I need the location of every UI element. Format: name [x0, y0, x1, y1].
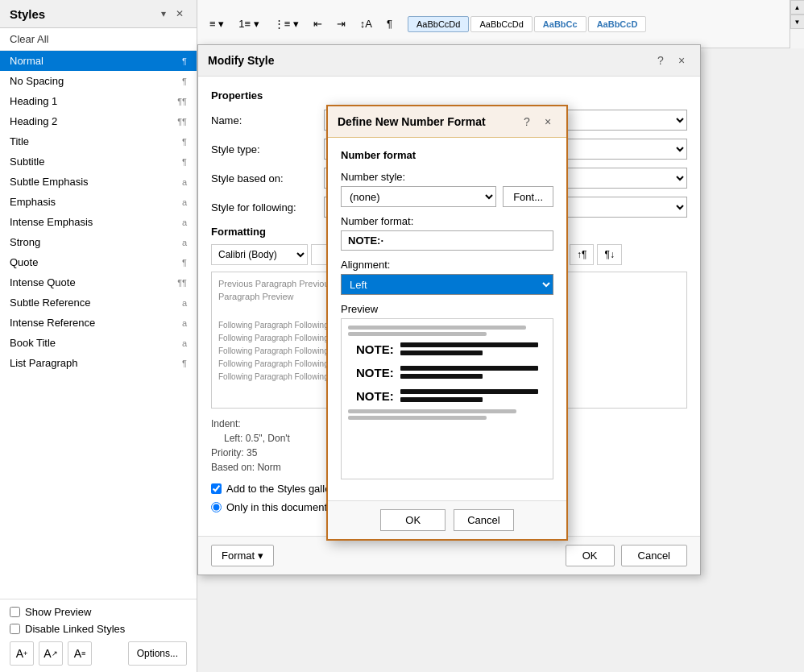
scroll-up-btn[interactable]: ▲ [790, 0, 805, 15]
modify-dialog-title: Modify Style [208, 54, 274, 67]
style-item-label: Book Title [10, 337, 56, 349]
define-cancel-btn[interactable]: Cancel [454, 509, 513, 531]
style-item-quote[interactable]: Quote ¶ [0, 252, 197, 272]
space-before-btn[interactable]: ↑¶ [570, 244, 594, 265]
style-item-normal[interactable]: Normal ¶ [0, 51, 197, 71]
space-after-btn[interactable]: ¶↓ [597, 244, 621, 265]
style-item-strong[interactable]: Strong a [0, 232, 197, 252]
style-item-label: Intense Reference [10, 317, 95, 329]
define-ok-btn[interactable]: OK [380, 509, 446, 531]
style-item-heading1[interactable]: Heading 1 ¶¶ [0, 91, 197, 111]
modify-close-btn[interactable]: × [673, 52, 690, 69]
scroll-down-btn[interactable]: ▼ [790, 15, 805, 29]
sidebar-close-btn[interactable]: ✕ [172, 6, 187, 21]
preview-note-3: NOTE: [356, 389, 394, 403]
style-following-label: Style for following: [211, 201, 316, 214]
font-name-select[interactable]: Calibri (Body) [211, 244, 308, 265]
style-item-intense-emphasis[interactable]: Intense Emphasis a [0, 212, 197, 232]
style-gallery: AaBbCcDd AaBbCcDd AaBbCc AaBbCcD [408, 16, 646, 32]
inspect-style-btn[interactable]: A↗ [39, 641, 63, 666]
styles-list: Normal ¶ No Spacing ¶ Heading 1 ¶¶ Headi… [0, 51, 197, 599]
style-item-label: Title [10, 135, 29, 147]
modify-cancel-btn[interactable]: Cancel [621, 545, 687, 566]
sidebar-bottom: Show Preview Disable Linked Styles A+ A↗… [0, 599, 197, 672]
only-in-doc-input[interactable] [211, 502, 222, 512]
style-item-subtitle[interactable]: Subtitle ¶ [0, 151, 197, 172]
alignment-select[interactable]: Left Center Right [341, 274, 553, 295]
modify-help-btn[interactable]: ? [652, 52, 669, 69]
style-item-label: Intense Emphasis [10, 216, 93, 228]
style-item-list-paragraph[interactable]: List Paragraph ¶ [0, 353, 197, 373]
style-item-indicator: ¶ [182, 56, 187, 66]
style-item-indicator: a [182, 318, 187, 328]
clear-all-item[interactable]: Clear All [0, 28, 197, 51]
style-pill-no-spacing[interactable]: AaBbCcDd [470, 16, 532, 32]
multilevel-list-btn[interactable]: ⋮≡ ▾ [268, 14, 305, 34]
sort-btn[interactable]: ↕A [354, 14, 378, 34]
style-item-indicator: a [182, 298, 187, 308]
define-help-btn[interactable]: ? [518, 113, 536, 131]
style-item-label: Intense Quote [10, 276, 76, 288]
font-btn[interactable]: Font... [503, 186, 553, 207]
style-item-indicator: ¶¶ [177, 278, 187, 288]
style-pill-normal[interactable]: AaBbCcDd [408, 16, 469, 32]
style-item-heading2[interactable]: Heading 2 ¶¶ [0, 111, 197, 131]
disable-linked-checkbox[interactable]: Disable Linked Styles [10, 623, 187, 635]
add-to-gallery-checkbox[interactable] [211, 483, 222, 494]
only-in-doc-radio[interactable]: Only in this document [211, 501, 327, 513]
sidebar-dropdown-btn[interactable]: ▾ [158, 6, 169, 21]
define-dialog-title: Define New Number Format [338, 115, 486, 128]
format-btn[interactable]: Format ▾ [211, 545, 274, 566]
preview-note-1: NOTE: [356, 342, 394, 356]
style-item-book-title[interactable]: Book Title a [0, 333, 197, 353]
style-item-indicator: ¶ [182, 359, 187, 368]
style-item-label: Strong [10, 236, 40, 248]
show-hide-btn[interactable]: ¶ [381, 14, 398, 34]
style-item-intense-reference[interactable]: Intense Reference a [0, 313, 197, 333]
show-preview-checkbox[interactable]: Show Preview [10, 606, 187, 618]
disable-linked-label: Disable Linked Styles [25, 623, 125, 635]
style-item-indicator: ¶¶ [177, 97, 187, 106]
alignment-row: Alignment: Left Center Right [341, 259, 553, 295]
style-item-indicator: ¶ [182, 137, 187, 147]
number-format-input[interactable] [341, 230, 553, 251]
footer-buttons: OK Cancel [566, 545, 687, 566]
number-style-control: (none) Font... [341, 186, 553, 207]
style-item-label: No Spacing [10, 75, 64, 87]
style-item-intense-quote[interactable]: Intense Quote ¶¶ [0, 272, 197, 292]
style-item-title[interactable]: Title ¶ [0, 131, 197, 151]
style-pill-heading2[interactable]: AaBbCcD [588, 16, 647, 32]
toolbar-scroll[interactable]: ▲ ▼ [789, 0, 804, 48]
sidebar-title-label: Styles [10, 7, 45, 21]
format-btn-label: Format [222, 550, 255, 562]
toolbar: ≡ ▾ 1≡ ▾ ⋮≡ ▾ ⇤ ⇥ ↕A ¶ AaBbCcDd AaBbCcDd… [197, 0, 804, 48]
style-item-indicator: ¶ [182, 258, 187, 268]
number-format-section-title: Number format [341, 149, 553, 161]
numbered-list-btn[interactable]: 1≡ ▾ [233, 14, 264, 34]
new-style-btn[interactable]: A+ [10, 641, 34, 666]
style-based-label: Style based on: [211, 172, 316, 185]
style-item-subtle-reference[interactable]: Subtle Reference a [0, 292, 197, 313]
indent-increase-btn[interactable]: ⇥ [331, 14, 351, 34]
style-pill-heading1[interactable]: AaBbCc [534, 16, 586, 32]
modify-ok-btn[interactable]: OK [566, 545, 615, 566]
style-item-no-spacing[interactable]: No Spacing ¶ [0, 71, 197, 91]
number-style-select[interactable]: (none) [341, 186, 496, 207]
show-preview-input[interactable] [10, 607, 20, 617]
manage-styles-btn[interactable]: A≡ [68, 641, 92, 666]
options-btn[interactable]: Options... [128, 641, 187, 666]
show-preview-label: Show Preview [25, 606, 91, 618]
format-dropdown-icon: ▾ [258, 550, 263, 562]
style-item-label: Subtitle [10, 156, 44, 168]
define-preview-area: NOTE: NOTE: NOTE: [341, 318, 553, 479]
list-btn[interactable]: ≡ ▾ [204, 14, 230, 34]
indent-decrease-btn[interactable]: ⇤ [308, 14, 328, 34]
define-close-btn[interactable]: × [539, 113, 557, 131]
style-item-label: Subtle Emphasis [10, 176, 89, 188]
style-item-label: Heading 2 [10, 115, 57, 127]
number-style-label: Number style: [341, 171, 553, 183]
style-item-subtle-emphasis[interactable]: Subtle Emphasis a [0, 172, 197, 192]
style-item-emphasis[interactable]: Emphasis a [0, 192, 197, 212]
disable-linked-input[interactable] [10, 624, 20, 634]
preview-label: Preview [341, 303, 553, 315]
